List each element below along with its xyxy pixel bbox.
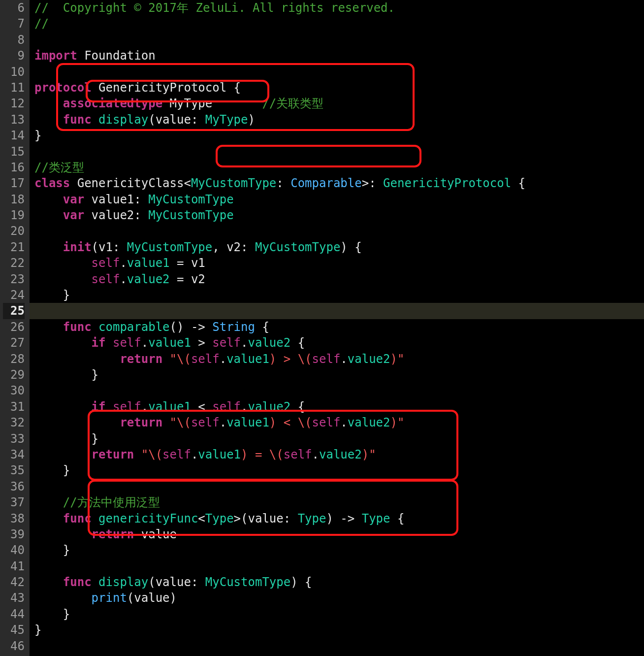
code-token — [162, 352, 169, 366]
code-line[interactable]: } — [30, 606, 644, 622]
code-token — [92, 512, 98, 525]
code-token: } — [34, 432, 98, 446]
code-token: if — [92, 336, 106, 350]
code-token: func — [63, 575, 92, 589]
code-token — [34, 495, 63, 509]
code-token — [34, 240, 63, 254]
code-token: MyCustomType — [148, 193, 233, 206]
code-token: protocol — [34, 81, 92, 95]
code-token: return — [92, 448, 134, 461]
code-line[interactable] — [30, 638, 644, 654]
code-token — [162, 416, 169, 429]
code-token: self — [312, 352, 341, 366]
code-token: self — [191, 416, 220, 429]
code-line[interactable]: } — [30, 542, 644, 558]
code-line[interactable]: if self.value1 < self.value2 { — [30, 399, 644, 415]
code-line[interactable]: func genericityFunc<Type>(value: Type) -… — [30, 511, 644, 526]
code-token: MyCustomType — [127, 240, 212, 254]
line-number: 22 — [3, 255, 25, 271]
code-area[interactable]: // Copyright © 2017年 ZeluLi. All rights … — [30, 0, 644, 656]
code-line[interactable]: } — [30, 622, 644, 638]
code-token: if — [92, 400, 106, 414]
code-token: MyType — [162, 97, 262, 110]
line-number: 42 — [3, 574, 25, 590]
code-line[interactable]: //类泛型 — [30, 160, 644, 175]
code-token — [34, 193, 63, 206]
code-line[interactable] — [30, 32, 644, 48]
code-line[interactable]: // Copyright © 2017年 ZeluLi. All rights … — [30, 0, 644, 16]
code-line[interactable] — [30, 64, 644, 80]
code-line[interactable]: var value2: MyCustomType — [30, 207, 644, 223]
line-number: 40 — [3, 542, 25, 558]
code-line[interactable]: self.value2 = v2 — [30, 271, 644, 287]
code-line[interactable]: } — [30, 128, 644, 143]
code-token: class — [34, 176, 70, 190]
code-token: , v2: — [212, 240, 255, 254]
code-token: . — [120, 272, 127, 286]
code-line[interactable] — [30, 223, 644, 239]
code-editor[interactable]: 6789101112131415161718192021222324252627… — [0, 0, 644, 656]
code-token: //方法中使用泛型 — [63, 495, 160, 509]
line-number: 44 — [3, 606, 25, 622]
code-token: func — [63, 320, 92, 334]
code-line[interactable]: } — [30, 431, 644, 447]
code-line[interactable] — [30, 383, 644, 398]
code-line[interactable] — [30, 558, 644, 574]
code-token: . — [220, 352, 226, 366]
code-token: = v1 — [170, 256, 205, 270]
code-line[interactable]: func display(value: MyCustomType) { — [30, 574, 644, 590]
code-line[interactable]: self.value1 = v1 — [30, 255, 644, 271]
code-line[interactable]: return "\(self.value1) > \(self.value2)" — [30, 351, 644, 367]
code-line[interactable]: var value1: MyCustomType — [30, 192, 644, 207]
code-token: (value: — [148, 575, 205, 589]
code-line[interactable]: func display(value: MyType) — [30, 112, 644, 128]
line-number: 9 — [3, 48, 25, 64]
line-number-gutter: 6789101112131415161718192021222324252627… — [0, 0, 30, 656]
code-token — [34, 559, 63, 573]
code-line[interactable]: associatedtype MyType //关联类型 — [30, 96, 644, 111]
code-line[interactable]: class GenericityClass<MyCustomType: Comp… — [30, 175, 644, 191]
code-line[interactable]: func comparable() -> String { — [30, 319, 644, 335]
code-line[interactable]: protocol GenericityProtocol { — [30, 80, 644, 96]
code-line[interactable]: } — [30, 367, 644, 383]
code-line[interactable] — [30, 303, 644, 319]
code-token — [106, 400, 113, 414]
code-token: { — [511, 176, 525, 190]
code-token: genericityFunc — [98, 512, 198, 525]
code-line[interactable]: // — [30, 16, 644, 32]
code-token: value2 — [248, 400, 291, 414]
code-line[interactable]: print(value) — [30, 590, 644, 606]
code-token: return — [120, 352, 162, 366]
line-number: 32 — [3, 415, 25, 430]
code-token: } — [34, 543, 70, 557]
code-line[interactable]: return "\(self.value1) = \(self.value2)" — [30, 447, 644, 462]
code-line[interactable]: return value — [30, 526, 644, 542]
code-line[interactable] — [30, 144, 644, 160]
code-token: GenericityProtocol { — [92, 81, 241, 95]
line-number: 38 — [3, 511, 25, 526]
code-line[interactable]: return "\(self.value1) < \(self.value2)" — [30, 415, 644, 430]
code-token: . — [340, 352, 347, 366]
line-number: 10 — [3, 64, 25, 80]
code-token: func — [63, 113, 92, 127]
code-token: func — [63, 512, 92, 525]
code-line[interactable]: if self.value1 > self.value2 { — [30, 335, 644, 351]
code-line[interactable]: import Foundation — [30, 48, 644, 64]
code-token: } — [34, 463, 70, 477]
line-number: 25 — [3, 303, 25, 319]
code-line[interactable]: } — [30, 287, 644, 303]
code-line[interactable]: init(v1: MyCustomType, v2: MyCustomType)… — [30, 239, 644, 255]
code-token — [34, 352, 120, 366]
code-line[interactable]: //方法中使用泛型 — [30, 494, 644, 510]
code-token: Foundation — [77, 49, 156, 63]
line-number: 36 — [3, 479, 25, 494]
code-token: . — [241, 336, 248, 350]
line-number: 28 — [3, 351, 25, 367]
code-token: return — [92, 527, 134, 541]
code-line[interactable] — [30, 479, 644, 494]
code-token: GenericityProtocol — [383, 176, 511, 190]
code-line[interactable]: } — [30, 462, 644, 478]
code-token — [34, 480, 63, 493]
code-token — [134, 448, 141, 461]
code-token — [34, 336, 92, 350]
